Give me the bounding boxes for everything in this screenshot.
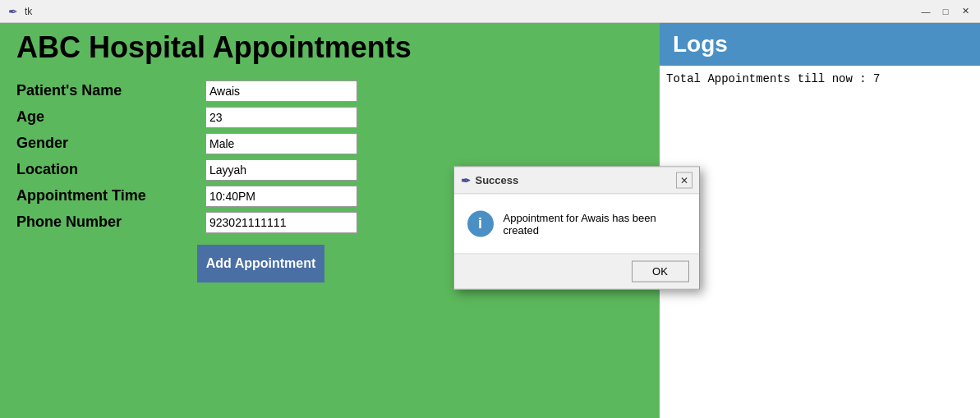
maximize-button[interactable]: □ [937,3,954,20]
modal-title-bar: ✒ Success ✕ [454,167,699,194]
right-panel: Logs Total Appointments till now : 7 [660,23,980,418]
form-input-3[interactable] [205,159,357,181]
form-label-4: Appointment Time [16,187,197,204]
form-label-0: Patient's Name [16,82,197,99]
modal-title-left: ✒ Success [461,173,519,186]
title-bar-controls: — □ ✕ [918,3,973,20]
title-bar-label: tk [25,6,32,17]
form-row-2: Gender [16,133,643,154]
form-row-1: Age [16,107,643,128]
form-label-5: Phone Number [16,214,197,231]
modal-title: Success [476,174,519,186]
close-button[interactable]: ✕ [957,3,973,20]
info-icon: i [467,210,494,237]
form-input-2[interactable] [205,133,357,154]
modal-close-button[interactable]: ✕ [676,172,692,188]
modal-footer: OK [454,253,699,288]
logs-header: Logs [660,23,980,66]
form-label-2: Gender [16,135,197,152]
logs-content: Total Appointments till now : 7 [660,66,980,418]
form-input-0[interactable] [205,80,357,102]
form-label-3: Location [16,161,197,178]
form-input-4[interactable] [205,186,357,207]
form-row-0: Patient's Name [16,80,643,102]
modal-message: Appointment for Awais has been created [504,211,686,236]
form-input-5[interactable] [205,212,357,233]
ok-button[interactable]: OK [632,260,689,282]
form-label-1: Age [16,108,197,126]
success-dialog: ✒ Success ✕ i Appointment for Awais has … [453,166,700,289]
app-title: ABC Hospital Appointments [16,31,643,64]
modal-icon: ✒ [461,173,471,186]
title-bar-left: ✒ tk [7,5,32,18]
app-icon: ✒ [7,5,20,18]
form-input-1[interactable] [205,107,357,128]
minimize-button[interactable]: — [918,3,934,20]
modal-body: i Appointment for Awais has been created [454,194,699,253]
title-bar: ✒ tk — □ ✕ [0,0,980,23]
add-appointment-button[interactable]: Add Appointment [197,245,324,282]
